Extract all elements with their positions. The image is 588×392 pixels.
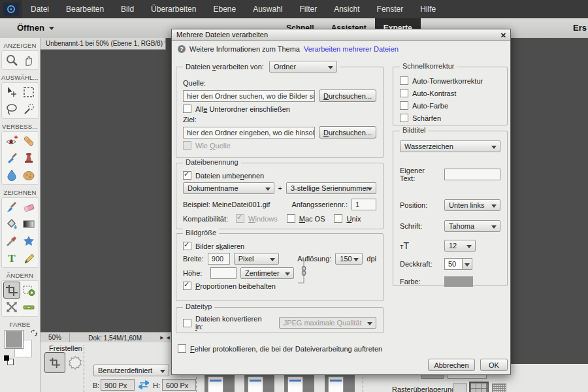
menu-bearbeiten[interactable]: Bearbeiten (57, 0, 112, 18)
browse-destination-button[interactable]: Durchsuchen... (319, 126, 376, 139)
grid-none-icon[interactable] (453, 384, 467, 392)
height-input[interactable] (210, 267, 237, 279)
clone-stamp-tool[interactable] (20, 150, 37, 167)
open-button[interactable]: Öffnen (17, 18, 54, 38)
cancel-button[interactable]: Abbrechen (428, 359, 475, 371)
paint-bucket-tool[interactable] (3, 216, 20, 233)
menu-ansicht[interactable]: Ansicht (325, 0, 368, 18)
crop-width-field[interactable]: 900 Px (101, 379, 135, 391)
custom-text-input[interactable] (444, 169, 500, 180)
content-aware-move-tool[interactable] (3, 299, 20, 316)
create-button[interactable]: Ers (573, 18, 588, 38)
font-size-dropdown[interactable]: 12 (444, 240, 476, 252)
menu-bild[interactable]: Bild (112, 0, 142, 18)
compat-unix-checkbox[interactable] (334, 214, 342, 223)
name-part1-dropdown[interactable]: Dokumentname (183, 182, 274, 194)
watermark-color-swatch[interactable] (444, 276, 473, 287)
resolution-dropdown[interactable]: 150 (335, 253, 363, 265)
menu-ueberarbeiten[interactable]: Überarbeiten (142, 0, 204, 18)
sharpen-checkbox[interactable] (400, 114, 408, 122)
menu-ebene[interactable]: Ebene (204, 0, 244, 18)
zoom-tool[interactable] (3, 52, 20, 69)
swap-colors-icon[interactable] (30, 329, 38, 337)
crop-preset-dropdown[interactable]: Benutzerdefiniert (93, 365, 169, 376)
eraser-tool[interactable] (20, 199, 37, 216)
auto-contrast-checkbox[interactable] (400, 89, 408, 97)
include-subfolders-checkbox[interactable] (183, 105, 191, 113)
app-logo-icon[interactable] (0, 0, 22, 18)
rename-files-checkbox[interactable] (183, 171, 191, 180)
lasso-tool[interactable] (3, 101, 20, 118)
compat-windows-checkbox (236, 214, 244, 223)
destination-path-input[interactable]: hier den Ordner eingeben, wo die hinsoll… (183, 127, 315, 139)
shape-tool[interactable] (20, 233, 37, 250)
foreground-color-swatch[interactable] (5, 331, 23, 348)
opacity-spinner[interactable]: 50 (444, 258, 472, 270)
browse-source-button[interactable]: Durchsuchen... (319, 90, 376, 102)
log-errors-checkbox[interactable] (178, 344, 186, 353)
hand-tool[interactable] (20, 52, 37, 69)
auto-levels-checkbox[interactable] (400, 76, 408, 85)
grid-thirds-icon[interactable] (469, 382, 489, 392)
swap-dimensions-icon[interactable] (139, 380, 149, 391)
zoom-level-field[interactable]: 50% (41, 333, 70, 343)
serial-label: Anfangsseriennr.: (291, 201, 348, 208)
sponge-tool[interactable] (20, 167, 37, 184)
gradient-tool[interactable] (20, 216, 37, 233)
menu-filter[interactable]: Filter (291, 0, 326, 18)
document-tab[interactable]: Unbenannt-1 bei 50% (Ebene 1, RGB/8) * (41, 38, 166, 50)
process-from-dropdown[interactable]: Ordner (269, 61, 337, 73)
move-tool[interactable] (3, 84, 20, 101)
cookie-cutter-icon[interactable] (67, 355, 83, 370)
grid-fine-icon[interactable] (492, 384, 506, 392)
brush-tool[interactable] (3, 199, 20, 216)
default-colors-icon[interactable] (4, 355, 9, 361)
name-part2-dropdown[interactable]: 3-stellige Seriennummer (286, 182, 376, 194)
eyedropper-tool[interactable] (3, 233, 20, 250)
menu-fenster[interactable]: Fenster (368, 0, 412, 18)
help-link[interactable]: Verarbeiten mehrerer Dateien (304, 45, 399, 53)
type-tool[interactable]: T (3, 250, 20, 267)
marquee-tool[interactable] (20, 84, 37, 101)
destination-label: Ziel: (183, 116, 197, 123)
dialog-title-bar[interactable]: Mehrere Dateien verarbeiten ✕ (172, 29, 510, 41)
constrain-proportions-checkbox[interactable] (183, 282, 191, 290)
resize-images-checkbox[interactable] (183, 242, 191, 250)
photo-bin-thumbnail[interactable] (284, 374, 314, 392)
tools-sidebar: ANZEIGEN AUSWÄHL... VERBESS... ZEICHNEN … (0, 38, 41, 392)
menu-datei[interactable]: Datei (22, 0, 57, 18)
menu-hilfe[interactable]: Hilfe (412, 0, 444, 18)
crop-tool[interactable] (3, 282, 20, 299)
recompose-tool[interactable] (20, 282, 37, 299)
ok-button[interactable]: OK (480, 359, 508, 371)
compat-mac-checkbox[interactable] (287, 214, 295, 223)
menu-auswahl[interactable]: Auswahl (244, 0, 291, 18)
straighten-tool[interactable] (20, 299, 37, 316)
font-dropdown[interactable]: Tahoma (444, 220, 500, 232)
auto-color-checkbox[interactable] (400, 101, 408, 110)
convert-files-checkbox[interactable] (183, 319, 191, 327)
source-path-input[interactable]: hier den Ordner suchen, wo die Bilder si… (183, 90, 315, 102)
position-dropdown[interactable]: Unten links (444, 199, 500, 211)
spot-healing-tool[interactable] (20, 133, 37, 150)
width-unit-dropdown[interactable]: Pixel (234, 253, 280, 265)
photo-bin-thumbnail[interactable] (204, 374, 235, 392)
close-icon[interactable]: ✕ (500, 30, 506, 41)
label-type-dropdown[interactable]: Wasserzeichen (400, 140, 500, 152)
pencil-tool[interactable] (20, 250, 37, 267)
crop-height-field[interactable]: 600 Px (162, 379, 196, 391)
smart-brush-tool[interactable] (3, 150, 20, 167)
height-unit-dropdown[interactable]: Zentimeter (240, 267, 294, 279)
red-eye-tool[interactable] (3, 133, 20, 150)
photo-bin-thumbnail[interactable] (325, 374, 355, 392)
spinner-arrow-icon[interactable] (462, 259, 472, 269)
image-size-group: Bildgröße Bilder skalieren Breite: 900 P… (176, 233, 384, 301)
width-input[interactable]: 900 (208, 253, 230, 265)
serial-input[interactable]: 1 (351, 199, 376, 210)
quick-selection-tool[interactable] (20, 101, 37, 118)
doc-size-info[interactable]: Dok: 1,54M/1,60M (70, 333, 160, 343)
photo-bin-thumbnail[interactable] (244, 374, 274, 392)
blur-tool[interactable] (3, 167, 20, 184)
help-icon[interactable]: ? (178, 45, 186, 53)
crop-option-button[interactable] (44, 352, 65, 373)
